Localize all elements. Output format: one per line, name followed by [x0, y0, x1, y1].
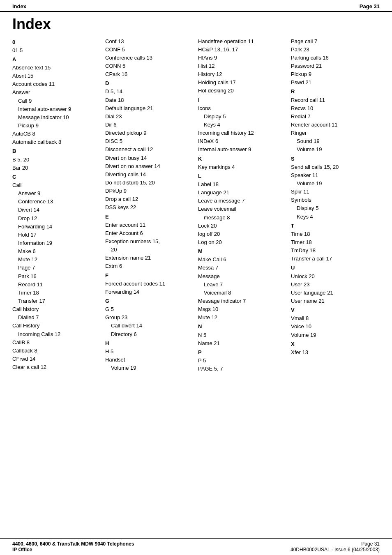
- index-entry: Label 18: [198, 180, 287, 189]
- index-entry: Leave 7: [198, 281, 287, 289]
- index-entry: Pickup 9: [291, 70, 380, 78]
- index-entry: Drop 12: [12, 214, 101, 223]
- index-letter-P: P: [198, 348, 287, 357]
- index-col-3: Page call 7Park 23Parking calls 16Passwo…: [291, 37, 380, 357]
- header-right-label: Page 31: [360, 3, 380, 9]
- index-entry: Exception numbers 15,: [105, 237, 194, 246]
- header-left-label: Index: [12, 3, 26, 9]
- index-entry: H 5: [105, 348, 194, 356]
- index-entry: Park 23: [291, 46, 380, 54]
- index-entry: Directed pickup 9: [105, 129, 194, 137]
- index-entry: Leave voicemail: [198, 205, 287, 213]
- index-entry: User language 21: [291, 289, 380, 297]
- index-entry: Incoming call history 12: [198, 129, 287, 137]
- index-entry: Pswd 21: [291, 78, 380, 87]
- index-letter-M: M: [198, 247, 287, 256]
- index-entry: History 12: [198, 70, 287, 78]
- index-entry: Volume 19: [291, 331, 380, 339]
- index-entry: Dir 6: [105, 121, 194, 129]
- index-entry: Extrn 6: [105, 262, 194, 270]
- index-letter-K: K: [198, 155, 287, 163]
- index-entry: User name 21: [291, 297, 380, 305]
- index-entry: Internal auto-answer 9: [12, 105, 101, 113]
- footer-product: 4400, 4600, 6400 & TransTalk MDW 9040 Te…: [12, 541, 134, 547]
- index-entry: Log on 20: [198, 238, 287, 246]
- index-entry: Ringer: [291, 129, 380, 137]
- index-entry: Volume 19: [105, 364, 194, 372]
- index-entry: Record call 11: [291, 96, 380, 104]
- index-entry: Do not disturb 15, 20: [105, 179, 194, 187]
- index-entry: Time 18: [291, 230, 380, 238]
- index-entry: Internal auto-answer 9: [198, 145, 287, 154]
- index-entry: Send all calls 15, 20: [291, 163, 380, 171]
- index-entry: User 23: [291, 281, 380, 289]
- index-letter-E: E: [105, 213, 194, 221]
- index-letter-0: 0: [12, 38, 101, 46]
- index-entry: PAGE 5, 7: [198, 365, 287, 373]
- index-entry: Conference calls 13: [105, 54, 194, 62]
- index-entry: Xfer 13: [291, 348, 380, 357]
- index-letter-I: I: [198, 96, 287, 104]
- index-letter-S: S: [291, 155, 380, 163]
- index-entry: Directory 6: [105, 330, 194, 339]
- index-entry: Message indicator 10: [12, 113, 101, 122]
- index-entry: Dialled 7: [12, 313, 101, 322]
- index-entry: D 5, 14: [105, 88, 194, 96]
- index-entry: Incoming Calls 12: [12, 330, 101, 339]
- index-entry: Call history: [12, 305, 101, 313]
- index-entry: log off 20: [198, 230, 287, 238]
- index-entry: AutoCB 8: [12, 130, 101, 138]
- index-entry: Enter Account 6: [105, 229, 194, 237]
- index-letter-B: B: [12, 147, 101, 155]
- index-entry: DISC 5: [105, 137, 194, 145]
- index-entry: Divert on no answer 14: [105, 162, 194, 170]
- index-entry: Recvs 10: [291, 104, 380, 113]
- index-entry: Mute 12: [12, 256, 101, 264]
- page-wrapper: Index Page 31 Index 001 5AAbsence text 1…: [0, 0, 392, 555]
- index-entry: Park 16: [12, 272, 101, 281]
- index-entry: Transfer 17: [12, 297, 101, 305]
- index-entry: Conf 13: [105, 37, 194, 46]
- index-entry: HC&P 13, 16, 17: [198, 46, 287, 54]
- index-entry: Messa 7: [198, 264, 287, 272]
- footer-page: Page 31: [291, 541, 380, 547]
- index-columns: 001 5AAbsence text 15Absnt 15Account cod…: [12, 37, 380, 373]
- index-entry: Call 9: [12, 97, 101, 105]
- index-letter-D: D: [105, 79, 194, 88]
- footer-right: Page 31 40DHB0002USAL - Issue 6 (04/25/2…: [291, 541, 380, 553]
- index-entry: Callback 8: [12, 347, 101, 355]
- index-entry: Spkr 11: [291, 188, 380, 196]
- index-entry: Leave a message 7: [198, 197, 287, 205]
- index-entry: Bar 20: [12, 164, 101, 172]
- index-col-0: 001 5AAbsence text 15Absnt 15Account cod…: [12, 37, 105, 372]
- footer-issue: 40DHB0002USAL - Issue 6 (04/25/2003): [291, 547, 380, 553]
- index-entry: Forwarding 14: [105, 288, 194, 296]
- index-entry: Voicemail 8: [198, 289, 287, 297]
- index-entry: Extension name 21: [105, 254, 194, 262]
- index-entry: Name 21: [198, 339, 287, 348]
- index-col-2: Handsfree operation 11HC&P 13, 16, 17HfA…: [198, 37, 291, 373]
- main-content: Index 001 5AAbsence text 15Absnt 15Accou…: [0, 12, 392, 538]
- index-entry: Divert 14: [12, 206, 101, 214]
- index-entry: CallB 8: [12, 339, 101, 347]
- index-entry: Keys 4: [198, 121, 287, 129]
- index-entry: Msgs 10: [198, 305, 287, 313]
- index-entry: Vmail 8: [291, 314, 380, 322]
- index-entry: CPark 16: [105, 70, 194, 78]
- index-entry: Absnt 15: [12, 72, 101, 80]
- index-entry: Page 7: [12, 264, 101, 272]
- index-entry: Enter account 11: [105, 221, 194, 229]
- index-entry: Answer: [12, 88, 101, 97]
- index-letter-A: A: [12, 55, 101, 64]
- page-footer: 4400, 4600, 6400 & TransTalk MDW 9040 Te…: [0, 538, 392, 555]
- index-entry: Diverting calls 14: [105, 170, 194, 179]
- index-entry: Mute 12: [198, 313, 287, 322]
- index-entry: B 5, 20: [12, 156, 101, 164]
- index-entry: Information 19: [12, 239, 101, 247]
- index-entry: Display 5: [291, 204, 380, 212]
- index-entry: Timer 18: [291, 238, 380, 246]
- footer-product2: IP Office: [12, 547, 134, 553]
- index-entry: Account codes 11: [12, 80, 101, 88]
- index-entry: Redial 7: [291, 113, 380, 121]
- index-entry: Keys 4: [291, 213, 380, 221]
